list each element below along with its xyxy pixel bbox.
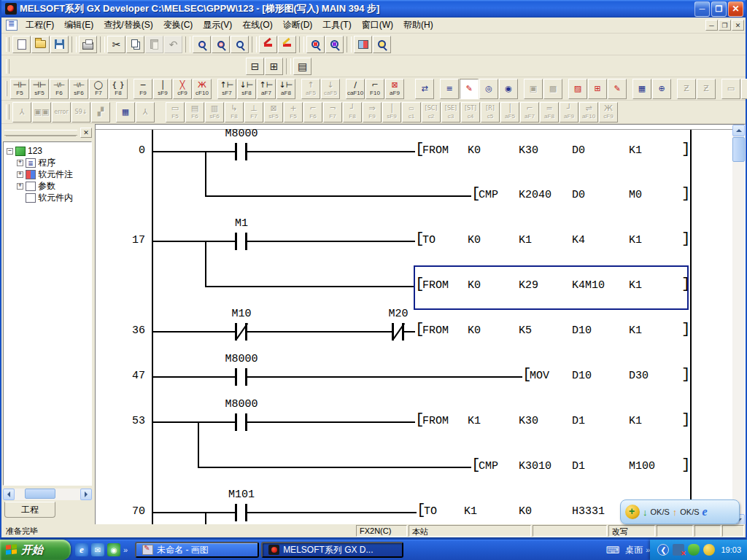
- rung-1-contact-M8000[interactable]: [235, 143, 247, 160]
- rung-6-contact-M8000[interactable]: [235, 368, 247, 386]
- security-shield-icon[interactable]: [688, 544, 700, 556]
- parallel-falling-pulse-button[interactable]: ↓⊢aF8: [276, 79, 295, 99]
- zoom-comment-button[interactable]: [325, 36, 344, 53]
- write-line-button[interactable]: ⌐F10: [365, 79, 384, 99]
- falling-pulse-button[interactable]: ↓⊢sF8: [237, 79, 256, 99]
- parallel-rising-pulse-button[interactable]: ↑⊢aF7: [257, 79, 276, 99]
- rung-7-contact-M8000[interactable]: [235, 413, 247, 431]
- internet-explorer-icon[interactable]: e: [75, 543, 88, 556]
- read-mode-button[interactable]: ◎: [479, 79, 498, 99]
- mdi-document-icon[interactable]: [6, 20, 18, 31]
- rung-3-instruction[interactable]: TO: [422, 234, 436, 246]
- rung-5-operand-4[interactable]: K1: [629, 324, 642, 337]
- menu-item-3[interactable]: 查找/替换(S): [98, 18, 158, 33]
- rung-8-operand-2[interactable]: D1: [572, 460, 585, 472]
- statement-edit-button[interactable]: [278, 36, 296, 53]
- menu-item-7[interactable]: 诊断(D): [278, 18, 318, 33]
- tab-project[interactable]: 工程: [4, 502, 55, 518]
- scroll-thumb[interactable]: [25, 489, 55, 499]
- restore-button[interactable]: ❐: [711, 1, 727, 17]
- close-button[interactable]: ✕: [728, 1, 743, 17]
- rung-3-operand-4[interactable]: K1: [629, 234, 642, 246]
- tree-horizontal-scrollbar[interactable]: [3, 489, 92, 500]
- rung-1-operand-1[interactable]: K0: [468, 144, 481, 157]
- menu-item-4[interactable]: 变换(C): [158, 18, 198, 33]
- rung-7-instruction[interactable]: FROM: [422, 415, 449, 427]
- rung-3-operand-3[interactable]: K4: [572, 234, 585, 246]
- delete-rung-button[interactable]: ⊠aF9: [385, 79, 404, 99]
- ladder-canvas[interactable]: 0M8000[FROMK0K30D0K1][CMPK2040D0M0]17M1[…: [96, 125, 732, 526]
- antivirus-icon[interactable]: [703, 544, 715, 556]
- delete-vertical-line-button[interactable]: ЖcF10: [193, 79, 212, 99]
- rung-7-operand-4[interactable]: K1: [629, 415, 642, 427]
- rung-6-operand-2[interactable]: D30: [629, 370, 649, 382]
- keyboard-icon[interactable]: ⌨: [606, 545, 620, 556]
- media-player-icon[interactable]: ◉: [107, 543, 120, 556]
- project-data-edit-button[interactable]: ⊞: [265, 58, 283, 75]
- monitor-special-button[interactable]: [373, 36, 391, 53]
- application-instruction-button[interactable]: { }F8: [109, 79, 128, 99]
- rung-8-operand-3[interactable]: M100: [629, 460, 655, 472]
- copy-button[interactable]: [126, 36, 144, 53]
- rung-5-operand-3[interactable]: D10: [572, 324, 592, 337]
- find-replace-button[interactable]: [212, 36, 230, 53]
- tree-item-2[interactable]: +软元件注: [7, 168, 91, 180]
- rung-2-operand-2[interactable]: D0: [572, 189, 585, 201]
- open-contact-button[interactable]: ⊣⊢F5: [10, 79, 29, 99]
- menu-item-10[interactable]: 帮助(H): [398, 18, 438, 33]
- zoom-device-button[interactable]: [306, 36, 325, 53]
- parallel-open-contact-button[interactable]: ⊣⊢sF5: [30, 79, 49, 99]
- safety-ball-icon[interactable]: [625, 505, 640, 519]
- mdi-minimize-button[interactable]: ─: [705, 20, 718, 31]
- rung-5-contact-M20[interactable]: [392, 323, 404, 341]
- rung-8-instruction[interactable]: CMP: [479, 460, 498, 472]
- scroll-thumb[interactable]: [732, 137, 745, 162]
- device-comment-edit-button[interactable]: [259, 36, 277, 53]
- cut-button[interactable]: ✂: [107, 36, 125, 53]
- project-data-list-button[interactable]: ⊟: [246, 58, 264, 75]
- internet-explorer-icon[interactable]: e: [703, 505, 708, 518]
- menu-item-6[interactable]: 在线(O): [237, 18, 277, 33]
- device-block-button[interactable]: ▦: [116, 102, 135, 122]
- scroll-left-button[interactable]: [3, 489, 15, 500]
- hide-icons-chevron[interactable]: ❮: [657, 544, 669, 556]
- rung-6-operand-1[interactable]: D10: [572, 370, 592, 382]
- menu-item-8[interactable]: 工具(T): [317, 18, 356, 33]
- mdi-close-button[interactable]: ✕: [732, 20, 744, 31]
- find-button[interactable]: [193, 36, 211, 53]
- ladder-symbol-display-button[interactable]: ≡: [440, 79, 459, 99]
- save-project-button[interactable]: [50, 36, 69, 53]
- rung-1-operand-3[interactable]: D0: [572, 144, 585, 157]
- desktop-toolbar-label[interactable]: 桌面: [625, 544, 643, 556]
- parallel-closed-contact-button[interactable]: ⊣∕⊢sF6: [69, 79, 88, 99]
- rung-2-operand-1[interactable]: K2040: [519, 189, 551, 201]
- task-button-1[interactable]: 未命名 - 画图: [135, 542, 259, 558]
- outlook-express-icon[interactable]: ✉: [91, 543, 104, 556]
- open-project-button[interactable]: [31, 36, 50, 53]
- tree-expand-box[interactable]: +: [17, 171, 23, 178]
- new-project-button[interactable]: [12, 36, 31, 53]
- ladder-vertical-scrollbar[interactable]: [732, 125, 745, 526]
- statement-display-button[interactable]: ⊞: [588, 79, 607, 99]
- macro-list-button[interactable]: ▤: [293, 58, 311, 75]
- rung-2-instruction[interactable]: CMP: [479, 189, 498, 201]
- rising-pulse-button[interactable]: ↑⊢sF7: [217, 79, 236, 99]
- scroll-up-button[interactable]: [732, 125, 745, 136]
- rung-7-operand-1[interactable]: K1: [468, 415, 481, 427]
- tree-expand-box[interactable]: +: [17, 160, 23, 166]
- quick-launch-chevron[interactable]: »: [123, 545, 128, 554]
- start-button[interactable]: 开始: [0, 540, 71, 560]
- network-disconnected-icon[interactable]: [673, 544, 684, 556]
- rung-9-contact-M101[interactable]: [235, 504, 247, 521]
- rung-9-instruction[interactable]: TO: [424, 505, 437, 518]
- rung-3-operand-1[interactable]: K0: [468, 234, 481, 246]
- rung-7-operand-3[interactable]: D1: [572, 415, 585, 427]
- delete-horizontal-line-button[interactable]: ╳cF9: [173, 79, 192, 99]
- monitor-write-mode-button[interactable]: ◉: [499, 79, 518, 99]
- rung-3-operand-2[interactable]: K1: [519, 234, 532, 246]
- menu-item-5[interactable]: 显示(V): [198, 18, 237, 33]
- note-display-button[interactable]: ✎: [608, 79, 627, 99]
- rung-5-operand-2[interactable]: K5: [519, 324, 532, 337]
- rung-1-operand-2[interactable]: K30: [519, 144, 538, 157]
- vertical-line-button[interactable]: │sF9: [153, 79, 172, 99]
